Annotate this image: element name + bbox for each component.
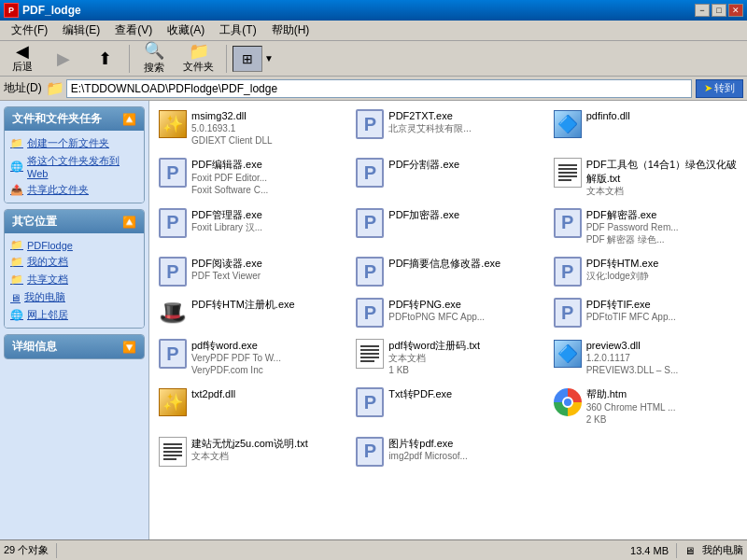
file-name: PDF加密器.exe [388,208,541,221]
folder-icon: 📁 [46,79,64,97]
menu-help[interactable]: 帮助(H) [264,21,317,40]
file-name: PDF阅读器.exe [191,257,344,270]
address-input[interactable] [66,79,692,98]
place-mycomputer[interactable]: 🖥 我的电脑 [10,288,138,306]
menu-favorites[interactable]: 收藏(A) [160,21,212,40]
place-network[interactable]: 🌐 网上邻居 [10,306,138,324]
pdf-icon: P [554,257,582,287]
share-folder-icon: 📤 [10,184,23,196]
file-info: 图片转pdf.exe img2pdf Microsof... [388,437,541,462]
file-name: PDF转TIF.exe [586,298,739,311]
file-item[interactable]: P PDF管理器.exe Foxit Library 汉... [153,203,348,250]
file-info: PDF摘要信息修改器.exe [388,257,541,270]
file-info: PDF2TXT.exe 北京灵艾科技有限... [388,109,541,134]
file-info: msimg32.dll 5.0.1693.1GDIEXT Client DLL [191,109,344,147]
file-name: PDF工具包（14合1）绿色汉化破解版.txt [586,158,739,185]
file-item[interactable]: P PDF转PNG.exe PDFtoPNG MFC App... [350,293,545,332]
file-icon-wrapper: ✨ [158,387,188,417]
file-item[interactable]: 🔷 pdfinfo.dll [548,105,743,151]
back-button[interactable]: ◀ 后退 [4,40,41,77]
file-content-area: ✨ msimg32.dll 5.0.1693.1GDIEXT Client DL… [149,101,747,539]
file-name: PDF转HTM注册机.exe [191,298,344,311]
file-item[interactable]: P PDF2TXT.exe 北京灵艾科技有限... [350,105,545,151]
places-header[interactable]: 其它位置 🔼 [5,210,144,233]
file-item[interactable]: P PDF摘要信息修改器.exe [350,252,545,291]
publish-web-icon: 🌐 [10,161,23,173]
file-desc: VeryPDF PDF To W...VeryPDF.com Inc [191,352,344,376]
file-item[interactable]: P PDF解密器.exe PDF Password Rem...PDF 解密器 … [548,203,743,250]
file-item[interactable]: P Txt转PDF.exe [350,383,545,429]
tasks-header[interactable]: 文件和文件夹任务 🔼 [5,107,144,131]
search-button[interactable]: 🔍 搜索 [135,39,173,77]
menu-edit[interactable]: 编辑(E) [55,21,107,40]
publish-web-link[interactable]: 🌐 将这个文件夹发布到 Web [10,152,138,181]
file-item[interactable]: pdf转word注册码.txt 文本文档1 KB [350,334,545,381]
toolbar: ◀ 后退 ▶ ⬆ 🔍 搜索 📁 文件夹 ⊞ ▼ [0,41,747,77]
file-item[interactable]: P PDF转HTM.exe 汉化:lodge刘静 [548,252,743,291]
file-info: PDF转HTM注册机.exe [191,298,344,311]
forward-button[interactable]: ▶ [45,48,82,70]
file-desc: 文本文档 [191,450,344,462]
file-item[interactable]: 🔷 preview3.dll 1.2.0.1117PREVIEW3.DLL – … [548,334,743,381]
file-item[interactable]: P PDF加密器.exe [350,203,545,250]
create-folder-link[interactable]: 📁 创建一个新文件夹 [10,134,138,152]
pdf-icon: P [159,257,187,287]
maximize-button[interactable]: □ [712,4,726,17]
file-name: PDF解密器.exe [586,208,739,221]
places-section: 其它位置 🔼 📁 PDFlodge 📁 我的文档 📁 共享文档 🖥 [4,209,145,329]
file-icon-wrapper: 🔷 [553,109,583,139]
close-button[interactable]: ✕ [728,4,743,17]
file-item[interactable]: P pdf转word.exe VeryPDF PDF To W...VeryPD… [153,334,348,381]
pdf-icon: P [159,158,187,188]
txt-icon [356,339,384,369]
view-dropdown-arrow[interactable]: ▼ [264,53,274,63]
file-icon-wrapper: P [355,298,385,328]
file-item[interactable]: PDF工具包（14合1）绿色汉化破解版.txt 文本文档 [548,153,743,202]
file-item[interactable]: 🎩 PDF转HTM注册机.exe [153,293,348,332]
tasks-header-label: 文件和文件夹任务 [12,111,102,127]
dll-icon: ✨ [159,110,187,138]
file-icon-wrapper: 🔷 [553,339,583,369]
file-item[interactable]: P PDF分割器.exe [350,153,545,202]
file-name: pdf转word.exe [191,339,344,352]
file-name: PDF转HTM.exe [586,257,739,270]
share-folder-link[interactable]: 📤 共享此文件夹 [10,181,138,199]
menu-file[interactable]: 文件(F) [4,21,55,40]
pdf-icon: P [356,298,384,328]
address-bar: 地址(D) 📁 ➤ 转到 [0,77,747,101]
details-section: 详细信息 🔽 [4,334,145,359]
file-item[interactable]: 建站无忧jz5u.com说明.txt 文本文档 [153,432,348,471]
location-label: 我的电脑 [702,543,743,557]
shareddocs-icon: 📁 [10,273,23,286]
file-desc: 汉化:lodge刘静 [586,270,739,282]
up-button[interactable]: ⬆ [86,48,123,70]
file-info: 帮助.htm 360 Chrome HTML ...2 KB [586,387,739,425]
place-mydocs[interactable]: 📁 我的文档 [10,253,138,271]
menu-tools[interactable]: 工具(T) [212,21,263,40]
file-info: PDF管理器.exe Foxit Library 汉... [191,208,344,233]
file-desc: Foxit Library 汉... [191,221,344,233]
file-desc: 文本文档1 KB [388,352,541,376]
file-item[interactable]: 帮助.htm 360 Chrome HTML ...2 KB [548,383,743,429]
file-desc: 1.2.0.1117PREVIEW3.DLL – S... [586,352,739,376]
file-item[interactable]: P 图片转pdf.exe img2pdf Microsof... [350,432,545,471]
file-item[interactable]: P PDF阅读器.exe PDF Text Viewer [153,252,348,291]
folders-button[interactable]: 📁 文件夹 [176,40,220,77]
menu-view[interactable]: 查看(V) [107,21,160,40]
dll-icon: 🔷 [554,110,582,138]
file-item[interactable]: ✨ txt2pdf.dll [153,383,348,429]
file-item[interactable]: P PDF编辑器.exe Foxit PDF Editor...Foxit So… [153,153,348,202]
file-icon-wrapper [553,158,583,188]
file-name: PDF分割器.exe [388,158,541,171]
view-button[interactable]: ⊞ [233,46,262,72]
file-icon-wrapper [355,339,385,369]
go-button[interactable]: ➤ 转到 [696,79,743,98]
file-item[interactable]: ✨ msimg32.dll 5.0.1693.1GDIEXT Client DL… [153,105,348,151]
details-header[interactable]: 详细信息 🔽 [5,335,144,358]
dll-icon: 🔷 [554,340,582,368]
file-item[interactable]: P PDF转TIF.exe PDFtoTIF MFC App... [548,293,743,332]
minimize-button[interactable]: − [695,4,710,17]
place-pdflodge[interactable]: 📁 PDFlodge [10,237,138,253]
file-name: PDF管理器.exe [191,208,344,221]
place-shareddocs[interactable]: 📁 共享文档 [10,271,138,288]
